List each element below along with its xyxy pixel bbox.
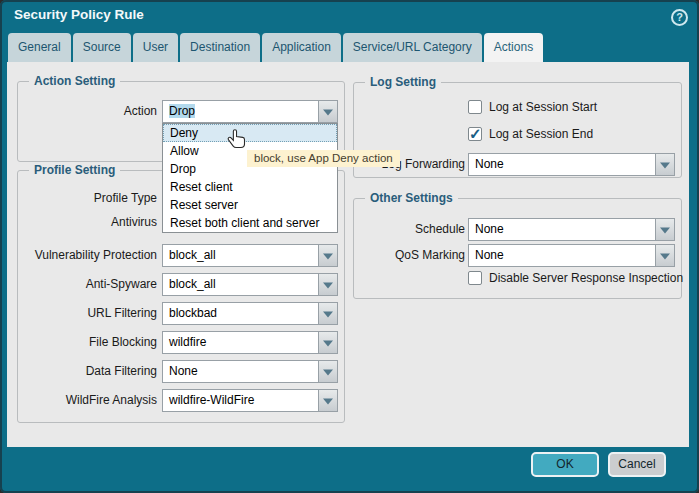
tab-general[interactable]: General [8, 33, 71, 62]
anti-spyware-select[interactable]: block_all [162, 273, 338, 296]
action-select-value: Drop [163, 101, 318, 122]
security-policy-rule-dialog: Security Policy Rule ? General Source Us… [0, 0, 699, 493]
qos-marking-select[interactable]: None [468, 244, 675, 267]
url-filtering-select[interactable]: blockbad [162, 302, 338, 325]
dropdown-option-deny[interactable]: Deny [163, 124, 337, 142]
action-label: Action [7, 100, 157, 123]
dropdown-arrow-icon[interactable] [318, 390, 337, 411]
dropdown-arrow-icon[interactable] [655, 245, 674, 266]
dropdown-arrow-icon[interactable] [318, 274, 337, 295]
wildfire-analysis-value: wildfire-WildFire [163, 390, 318, 411]
dropdown-arrow-icon[interactable] [318, 245, 337, 266]
log-at-session-start-checkbox[interactable] [468, 100, 482, 114]
data-filtering-value: None [163, 361, 318, 382]
tab-user[interactable]: User [133, 33, 178, 62]
tab-actions[interactable]: Actions [484, 33, 543, 62]
dropdown-option-reset-both[interactable]: Reset both client and server [163, 214, 337, 232]
schedule-value: None [469, 219, 655, 240]
dropdown-arrow-icon[interactable] [655, 219, 674, 240]
dropdown-arrow-icon[interactable] [318, 332, 337, 353]
ok-button[interactable]: OK [531, 452, 599, 477]
log-at-session-end-label: Log at Session End [489, 127, 593, 141]
log-at-session-end-checkbox[interactable] [468, 127, 482, 141]
file-blocking-label: File Blocking [7, 331, 157, 354]
vulnerability-protection-label: Vulnerability Protection [7, 244, 157, 267]
dropdown-arrow-icon[interactable] [318, 101, 337, 122]
dropdown-arrow-icon[interactable] [318, 361, 337, 382]
tab-application[interactable]: Application [262, 33, 341, 62]
file-blocking-value: wildfire [163, 332, 318, 353]
disable-server-response-inspection-label: Disable Server Response Inspection [489, 271, 683, 285]
wildfire-analysis-label: WildFire Analysis [7, 389, 157, 412]
tab-service-url-category[interactable]: Service/URL Category [343, 33, 482, 62]
log-forwarding-select[interactable]: None [468, 153, 675, 176]
group-title-other-settings: Other Settings [365, 191, 458, 205]
anti-spyware-value: block_all [163, 274, 318, 295]
data-filtering-label: Data Filtering [7, 360, 157, 383]
log-at-session-start-label: Log at Session Start [489, 100, 597, 114]
group-title-profile-setting: Profile Setting [29, 163, 120, 177]
schedule-select[interactable]: None [468, 218, 675, 241]
tab-destination[interactable]: Destination [180, 33, 260, 62]
page-title: Security Policy Rule [14, 7, 144, 22]
anti-spyware-label: Anti-Spyware [7, 273, 157, 296]
action-selected-text: Drop [169, 104, 195, 118]
antivirus-label: Antivirus [7, 211, 157, 234]
tab-source[interactable]: Source [73, 33, 131, 62]
qos-marking-label: QoS Marking [353, 244, 465, 267]
url-filtering-label: URL Filtering [7, 302, 157, 325]
log-forwarding-value: None [469, 154, 655, 175]
wildfire-analysis-select[interactable]: wildfire-WildFire [162, 389, 338, 412]
file-blocking-select[interactable]: wildfire [162, 331, 338, 354]
dropdown-option-reset-server[interactable]: Reset server [163, 196, 337, 214]
action-select[interactable]: Drop [162, 100, 338, 123]
action-tooltip: block, use App Deny action [247, 150, 400, 167]
vulnerability-protection-value: block_all [163, 245, 318, 266]
disable-server-response-inspection-checkbox[interactable] [468, 271, 482, 285]
vulnerability-protection-select[interactable]: block_all [162, 244, 338, 267]
disable-server-response-inspection-row: Disable Server Response Inspection [468, 270, 683, 285]
help-icon[interactable]: ? [671, 9, 688, 26]
log-at-session-end-row: Log at Session End [468, 126, 593, 141]
content-panel: Action Setting Action Drop Profile Setti… [7, 62, 689, 447]
dropdown-option-reset-client[interactable]: Reset client [163, 178, 337, 196]
profile-type-label: Profile Type [7, 187, 157, 210]
group-title-log-setting: Log Setting [365, 75, 441, 89]
group-title-action-setting: Action Setting [29, 74, 120, 88]
log-at-session-start-row: Log at Session Start [468, 99, 597, 114]
cancel-button[interactable]: Cancel [608, 452, 666, 477]
dropdown-arrow-icon[interactable] [655, 154, 674, 175]
tab-bar: General Source User Destination Applicat… [8, 33, 543, 62]
cursor-hand-icon [226, 128, 248, 156]
schedule-label: Schedule [353, 218, 465, 241]
qos-marking-value: None [469, 245, 655, 266]
url-filtering-value: blockbad [163, 303, 318, 324]
action-dropdown-list: Deny Allow Drop Reset client Reset serve… [162, 123, 338, 233]
dropdown-arrow-icon[interactable] [318, 303, 337, 324]
data-filtering-select[interactable]: None [162, 360, 338, 383]
